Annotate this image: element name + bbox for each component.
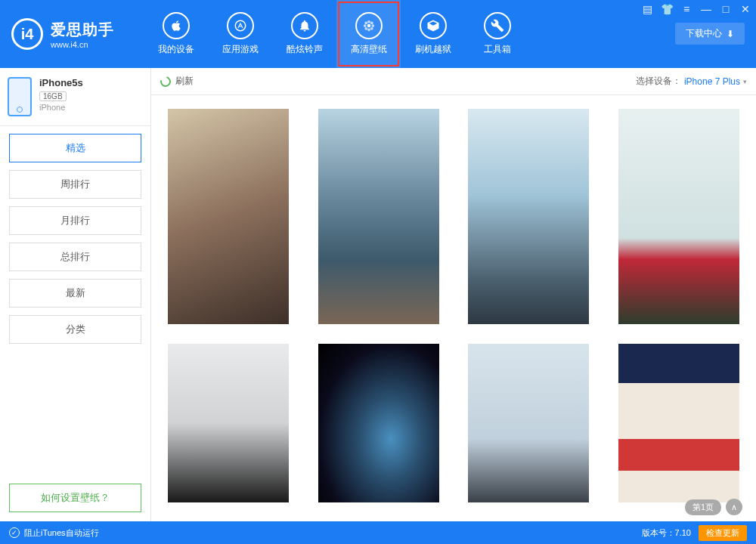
tab-toolbox[interactable]: 工具箱	[465, 0, 529, 68]
svg-point-2	[367, 20, 370, 23]
box-icon	[420, 12, 447, 39]
refresh-label: 刷新	[175, 75, 194, 88]
tab-apps-games[interactable]: 应用游戏	[208, 0, 272, 68]
wallpaper-item[interactable]	[618, 344, 739, 502]
version-text: 版本号：7.10	[642, 527, 691, 539]
scroll-top-button[interactable]: ∧	[726, 499, 742, 515]
category-featured[interactable]: 精选	[9, 134, 141, 162]
refresh-icon	[158, 74, 172, 88]
main-content: 刷新 选择设备： iPhone 7 Plus ▾ 第1页 ∧	[151, 68, 756, 521]
tab-label: 应用游戏	[222, 43, 259, 56]
wallpaper-item[interactable]	[318, 109, 439, 324]
wallpaper-item[interactable]	[468, 109, 589, 324]
app-title: 爱思助手	[51, 20, 114, 40]
chevron-down-icon: ▾	[743, 78, 747, 85]
skin-icon[interactable]: 👕	[661, 3, 673, 15]
device-type: iPhone	[39, 103, 83, 112]
device-info[interactable]: iPhone5s 16GB iPhone	[0, 68, 150, 126]
wallpaper-item[interactable]	[168, 109, 289, 324]
svg-point-5	[371, 24, 374, 27]
tab-wallpapers[interactable]: 高清壁纸	[336, 0, 401, 68]
download-center-button[interactable]: 下载中心 ⬇	[675, 23, 745, 45]
wallpaper-grid: 第1页 ∧	[151, 95, 756, 521]
category-newest[interactable]: 最新	[9, 279, 141, 308]
svg-point-9	[370, 27, 373, 30]
app-body: iPhone5s 16GB iPhone 精选 周排行 月排行 总排行 最新 分…	[0, 68, 756, 521]
app-url: www.i4.cn	[51, 40, 114, 49]
device-meta: iPhone5s 16GB iPhone	[39, 77, 83, 116]
maximize-icon[interactable]: □	[720, 3, 732, 15]
svg-point-8	[364, 27, 367, 30]
tab-label: 酷炫铃声	[287, 43, 323, 56]
sidebar: iPhone5s 16GB iPhone 精选 周排行 月排行 总排行 最新 分…	[0, 68, 151, 521]
feedback-icon[interactable]: ▤	[641, 3, 653, 15]
page-indicator: 第1页 ∧	[685, 499, 742, 515]
svg-point-4	[363, 24, 366, 27]
download-center-label: 下载中心	[686, 27, 722, 40]
logo-icon: i4	[11, 18, 43, 50]
check-icon: ✓	[9, 527, 20, 538]
appstore-icon	[227, 12, 254, 39]
wallpaper-item[interactable]	[318, 344, 439, 502]
category-weekly[interactable]: 周排行	[9, 170, 141, 199]
wallpaper-item[interactable]	[618, 109, 739, 324]
category-total[interactable]: 总排行	[9, 243, 141, 271]
tab-label: 高清壁纸	[351, 43, 387, 56]
phone-icon	[8, 77, 32, 116]
toolbar: 刷新 选择设备： iPhone 7 Plus ▾	[151, 68, 756, 95]
svg-point-3	[367, 28, 370, 31]
page-badge[interactable]: 第1页	[685, 499, 721, 515]
close-icon[interactable]: ✕	[739, 3, 751, 15]
wrench-icon	[484, 12, 511, 39]
wallpaper-item[interactable]	[468, 344, 589, 502]
wallpaper-item[interactable]	[168, 344, 289, 502]
check-update-button[interactable]: 检查更新	[699, 525, 747, 541]
svg-point-1	[367, 24, 370, 28]
logo-text: 爱思助手 www.i4.cn	[51, 20, 114, 49]
logo[interactable]: i4 爱思助手 www.i4.cn	[0, 18, 144, 50]
device-name: iPhone5s	[39, 77, 83, 88]
category-monthly[interactable]: 月排行	[9, 206, 141, 235]
device-select-value: iPhone 7 Plus	[684, 76, 740, 87]
bell-icon	[291, 12, 318, 39]
device-selector[interactable]: 选择设备： iPhone 7 Plus ▾	[636, 75, 747, 88]
itunes-block-toggle[interactable]: ✓ 阻止iTunes自动运行	[9, 527, 99, 539]
status-bar: ✓ 阻止iTunes自动运行 版本号：7.10 检查更新	[0, 521, 756, 544]
category-list: 精选 周排行 月排行 总排行 最新 分类	[0, 126, 150, 484]
apple-icon	[163, 12, 190, 39]
tab-jailbreak[interactable]: 刷机越狱	[401, 0, 465, 68]
menu-icon[interactable]: ≡	[680, 3, 692, 15]
tab-label: 刷机越狱	[415, 43, 451, 56]
itunes-block-label: 阻止iTunes自动运行	[24, 527, 99, 539]
app-header: i4 爱思助手 www.i4.cn 我的设备 应用游戏 酷炫铃声 高清壁纸 刷机…	[0, 0, 756, 68]
svg-point-7	[370, 21, 373, 24]
minimize-icon[interactable]: —	[700, 3, 712, 15]
flower-icon	[355, 12, 383, 39]
help-wallpaper-link[interactable]: 如何设置壁纸？	[9, 484, 141, 512]
tab-label: 我的设备	[158, 43, 194, 56]
download-icon: ⬇	[727, 29, 734, 39]
refresh-button[interactable]: 刷新	[160, 75, 194, 88]
tab-ringtones[interactable]: 酷炫铃声	[272, 0, 336, 68]
device-storage: 16GB	[39, 91, 67, 101]
svg-point-0	[235, 20, 246, 31]
tab-label: 工具箱	[484, 43, 511, 56]
window-controls: ▤ 👕 ≡ — □ ✕	[641, 3, 751, 15]
device-select-label: 选择设备：	[636, 75, 681, 88]
tab-my-device[interactable]: 我的设备	[144, 0, 208, 68]
footer-right: 版本号：7.10 检查更新	[642, 525, 747, 541]
svg-point-6	[364, 21, 367, 24]
nav-tabs: 我的设备 应用游戏 酷炫铃声 高清壁纸 刷机越狱 工具箱	[144, 0, 529, 68]
category-classify[interactable]: 分类	[9, 315, 141, 344]
